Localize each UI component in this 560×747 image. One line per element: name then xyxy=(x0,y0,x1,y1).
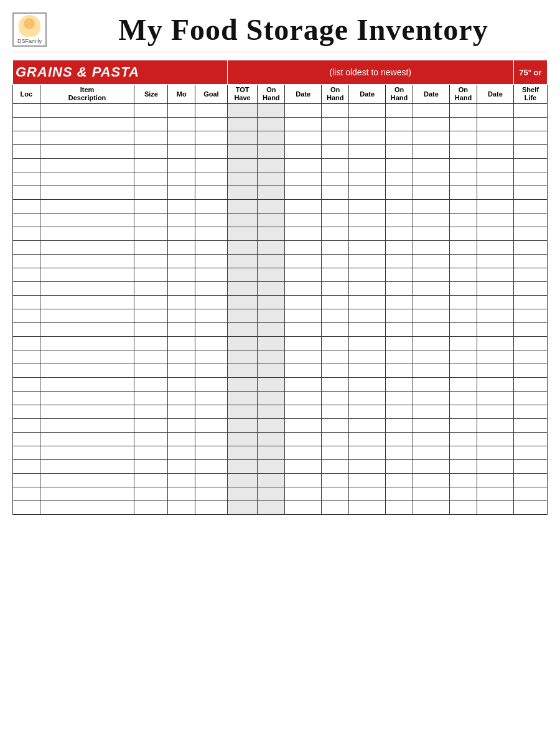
table-cell[interactable] xyxy=(285,159,322,172)
table-cell[interactable] xyxy=(477,323,513,337)
table-cell[interactable] xyxy=(322,172,349,186)
table-cell[interactable] xyxy=(513,268,547,282)
table-cell[interactable] xyxy=(285,337,322,350)
table-cell[interactable] xyxy=(13,501,40,515)
table-cell[interactable] xyxy=(134,145,168,159)
table-row[interactable] xyxy=(13,145,548,159)
table-cell[interactable] xyxy=(195,337,227,350)
table-cell[interactable] xyxy=(322,200,349,214)
table-cell[interactable] xyxy=(450,131,477,145)
table-cell[interactable] xyxy=(386,296,413,309)
table-cell[interactable] xyxy=(13,282,40,296)
table-cell[interactable] xyxy=(40,241,134,255)
table-row[interactable] xyxy=(13,460,548,474)
table-cell[interactable] xyxy=(477,378,513,392)
table-cell[interactable] xyxy=(450,501,477,515)
table-row[interactable] xyxy=(13,255,548,268)
table-cell[interactable] xyxy=(513,214,547,227)
table-cell[interactable] xyxy=(258,131,285,145)
table-cell[interactable] xyxy=(477,159,513,172)
table-cell[interactable] xyxy=(322,241,349,255)
table-cell[interactable] xyxy=(386,501,413,515)
table-cell[interactable] xyxy=(450,118,477,131)
table-cell[interactable] xyxy=(134,282,168,296)
table-cell[interactable] xyxy=(134,378,168,392)
table-cell[interactable] xyxy=(413,364,449,378)
table-cell[interactable] xyxy=(258,159,285,172)
table-cell[interactable] xyxy=(513,419,547,433)
table-cell[interactable] xyxy=(513,350,547,364)
table-cell[interactable] xyxy=(258,419,285,433)
table-cell[interactable] xyxy=(40,323,134,337)
table-cell[interactable] xyxy=(227,145,258,159)
table-cell[interactable] xyxy=(195,241,227,255)
table-cell[interactable] xyxy=(168,268,195,282)
table-cell[interactable] xyxy=(13,405,40,419)
table-cell[interactable] xyxy=(322,145,349,159)
table-cell[interactable] xyxy=(349,296,386,309)
table-cell[interactable] xyxy=(227,296,258,309)
table-cell[interactable] xyxy=(477,392,513,405)
table-cell[interactable] xyxy=(40,296,134,309)
table-cell[interactable] xyxy=(40,350,134,364)
table-cell[interactable] xyxy=(349,172,386,186)
table-cell[interactable] xyxy=(477,104,513,118)
table-cell[interactable] xyxy=(349,255,386,268)
table-row[interactable] xyxy=(13,350,548,364)
table-cell[interactable] xyxy=(450,350,477,364)
table-cell[interactable] xyxy=(258,323,285,337)
table-cell[interactable] xyxy=(413,145,449,159)
table-cell[interactable] xyxy=(227,323,258,337)
table-cell[interactable] xyxy=(386,392,413,405)
table-cell[interactable] xyxy=(195,172,227,186)
table-cell[interactable] xyxy=(40,104,134,118)
table-cell[interactable] xyxy=(227,501,258,515)
table-cell[interactable] xyxy=(349,309,386,323)
table-cell[interactable] xyxy=(513,460,547,474)
table-cell[interactable] xyxy=(285,460,322,474)
table-cell[interactable] xyxy=(195,118,227,131)
table-cell[interactable] xyxy=(227,104,258,118)
table-cell[interactable] xyxy=(477,433,513,446)
table-cell[interactable] xyxy=(13,309,40,323)
table-cell[interactable] xyxy=(450,200,477,214)
table-cell[interactable] xyxy=(168,255,195,268)
table-cell[interactable] xyxy=(40,487,134,501)
table-cell[interactable] xyxy=(349,323,386,337)
table-cell[interactable] xyxy=(322,501,349,515)
table-cell[interactable] xyxy=(258,268,285,282)
table-cell[interactable] xyxy=(477,337,513,350)
table-cell[interactable] xyxy=(134,227,168,241)
table-cell[interactable] xyxy=(413,323,449,337)
table-cell[interactable] xyxy=(227,214,258,227)
table-cell[interactable] xyxy=(285,487,322,501)
table-cell[interactable] xyxy=(285,214,322,227)
table-cell[interactable] xyxy=(413,200,449,214)
table-cell[interactable] xyxy=(413,309,449,323)
table-cell[interactable] xyxy=(40,145,134,159)
table-cell[interactable] xyxy=(13,446,40,460)
table-cell[interactable] xyxy=(386,131,413,145)
table-cell[interactable] xyxy=(195,460,227,474)
table-cell[interactable] xyxy=(40,364,134,378)
table-cell[interactable] xyxy=(322,296,349,309)
table-cell[interactable] xyxy=(349,282,386,296)
table-cell[interactable] xyxy=(258,350,285,364)
table-cell[interactable] xyxy=(349,337,386,350)
table-cell[interactable] xyxy=(258,172,285,186)
table-cell[interactable] xyxy=(322,282,349,296)
table-cell[interactable] xyxy=(322,433,349,446)
table-row[interactable] xyxy=(13,200,548,214)
table-cell[interactable] xyxy=(477,172,513,186)
table-cell[interactable] xyxy=(285,241,322,255)
table-cell[interactable] xyxy=(285,364,322,378)
table-cell[interactable] xyxy=(450,104,477,118)
table-cell[interactable] xyxy=(477,227,513,241)
table-cell[interactable] xyxy=(40,419,134,433)
table-cell[interactable] xyxy=(349,214,386,227)
table-cell[interactable] xyxy=(134,474,168,487)
table-cell[interactable] xyxy=(40,172,134,186)
table-row[interactable] xyxy=(13,474,548,487)
table-cell[interactable] xyxy=(349,460,386,474)
table-cell[interactable] xyxy=(413,104,449,118)
